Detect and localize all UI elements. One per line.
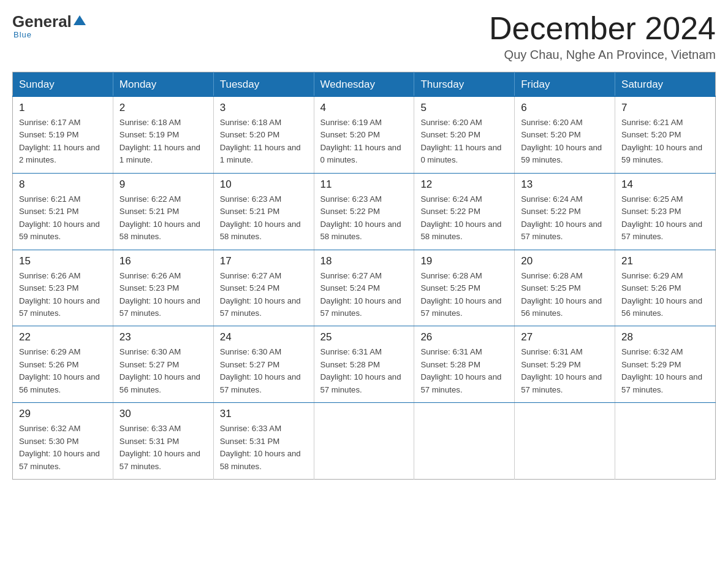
day-info: Sunrise: 6:32 AM Sunset: 5:30 PM Dayligh… — [19, 423, 107, 473]
calendar-week-1: 1 Sunrise: 6:17 AM Sunset: 5:19 PM Dayli… — [13, 96, 716, 173]
calendar-cell: 7 Sunrise: 6:21 AM Sunset: 5:20 PM Dayli… — [615, 96, 716, 173]
month-title: December 2024 — [489, 12, 716, 44]
day-info: Sunrise: 6:20 AM Sunset: 5:20 PM Dayligh… — [521, 117, 609, 167]
page-header: General Blue December 2024 Quy Chau, Ngh… — [12, 12, 716, 62]
day-info: Sunrise: 6:31 AM Sunset: 5:29 PM Dayligh… — [521, 346, 609, 396]
day-header-wednesday: Wednesday — [314, 72, 414, 97]
calendar-week-2: 8 Sunrise: 6:21 AM Sunset: 5:21 PM Dayli… — [13, 173, 716, 250]
day-number: 6 — [521, 102, 609, 114]
day-number: 28 — [621, 331, 709, 343]
calendar-cell: 9 Sunrise: 6:22 AM Sunset: 5:21 PM Dayli… — [113, 173, 213, 250]
calendar-cell: 19 Sunrise: 6:28 AM Sunset: 5:25 PM Dayl… — [414, 250, 515, 326]
calendar-cell: 27 Sunrise: 6:31 AM Sunset: 5:29 PM Dayl… — [515, 326, 615, 403]
calendar-cell: 26 Sunrise: 6:31 AM Sunset: 5:28 PM Dayl… — [414, 326, 515, 403]
calendar-cell: 8 Sunrise: 6:21 AM Sunset: 5:21 PM Dayli… — [13, 173, 113, 250]
calendar-cell: 15 Sunrise: 6:26 AM Sunset: 5:23 PM Dayl… — [13, 250, 113, 326]
day-info: Sunrise: 6:21 AM Sunset: 5:20 PM Dayligh… — [621, 117, 709, 167]
day-info: Sunrise: 6:20 AM Sunset: 5:20 PM Dayligh… — [420, 117, 508, 167]
day-info: Sunrise: 6:31 AM Sunset: 5:28 PM Dayligh… — [420, 346, 508, 396]
calendar-cell — [414, 403, 515, 480]
calendar-cell: 28 Sunrise: 6:32 AM Sunset: 5:29 PM Dayl… — [615, 326, 716, 403]
calendar-table: SundayMondayTuesdayWednesdayThursdayFrid… — [12, 72, 716, 480]
day-number: 30 — [119, 408, 207, 420]
day-number: 4 — [320, 102, 408, 114]
day-number: 2 — [119, 102, 207, 114]
day-number: 16 — [119, 255, 207, 267]
day-info: Sunrise: 6:23 AM Sunset: 5:21 PM Dayligh… — [220, 193, 308, 243]
location-title: Quy Chau, Nghe An Province, Vietnam — [489, 48, 716, 62]
day-number: 10 — [220, 178, 308, 191]
day-number: 11 — [320, 178, 408, 191]
calendar-cell: 11 Sunrise: 6:23 AM Sunset: 5:22 PM Dayl… — [314, 173, 414, 250]
day-header-thursday: Thursday — [414, 72, 515, 97]
day-number: 31 — [220, 408, 308, 420]
calendar-cell: 3 Sunrise: 6:18 AM Sunset: 5:20 PM Dayli… — [213, 96, 314, 173]
day-info: Sunrise: 6:32 AM Sunset: 5:29 PM Dayligh… — [621, 346, 709, 396]
calendar-cell: 20 Sunrise: 6:28 AM Sunset: 5:25 PM Dayl… — [515, 250, 615, 326]
calendar-cell: 23 Sunrise: 6:30 AM Sunset: 5:27 PM Dayl… — [113, 326, 213, 403]
day-info: Sunrise: 6:27 AM Sunset: 5:24 PM Dayligh… — [220, 270, 308, 320]
day-header-monday: Monday — [113, 72, 213, 97]
day-info: Sunrise: 6:28 AM Sunset: 5:25 PM Dayligh… — [420, 270, 508, 320]
day-info: Sunrise: 6:27 AM Sunset: 5:24 PM Dayligh… — [320, 270, 408, 320]
day-number: 13 — [521, 178, 609, 191]
calendar-cell: 1 Sunrise: 6:17 AM Sunset: 5:19 PM Dayli… — [13, 96, 113, 173]
calendar-cell: 31 Sunrise: 6:33 AM Sunset: 5:31 PM Dayl… — [213, 403, 314, 480]
day-number: 24 — [220, 331, 308, 343]
calendar-week-5: 29 Sunrise: 6:32 AM Sunset: 5:30 PM Dayl… — [13, 403, 716, 480]
calendar-cell: 30 Sunrise: 6:33 AM Sunset: 5:31 PM Dayl… — [113, 403, 213, 480]
day-info: Sunrise: 6:30 AM Sunset: 5:27 PM Dayligh… — [220, 346, 308, 396]
day-info: Sunrise: 6:24 AM Sunset: 5:22 PM Dayligh… — [521, 193, 609, 243]
day-header-sunday: Sunday — [13, 72, 113, 97]
day-info: Sunrise: 6:33 AM Sunset: 5:31 PM Dayligh… — [119, 423, 207, 473]
calendar-cell: 13 Sunrise: 6:24 AM Sunset: 5:22 PM Dayl… — [515, 173, 615, 250]
day-header-saturday: Saturday — [615, 72, 716, 97]
day-info: Sunrise: 6:31 AM Sunset: 5:28 PM Dayligh… — [320, 346, 408, 396]
day-number: 26 — [420, 331, 508, 343]
day-info: Sunrise: 6:22 AM Sunset: 5:21 PM Dayligh… — [119, 193, 207, 243]
calendar-cell: 12 Sunrise: 6:24 AM Sunset: 5:22 PM Dayl… — [414, 173, 515, 250]
calendar-cell — [314, 403, 414, 480]
calendar-week-3: 15 Sunrise: 6:26 AM Sunset: 5:23 PM Dayl… — [13, 250, 716, 326]
day-info: Sunrise: 6:23 AM Sunset: 5:22 PM Dayligh… — [320, 193, 408, 243]
day-info: Sunrise: 6:24 AM Sunset: 5:22 PM Dayligh… — [420, 193, 508, 243]
day-number: 25 — [320, 331, 408, 343]
day-number: 17 — [220, 255, 308, 267]
day-number: 5 — [420, 102, 508, 114]
day-header-friday: Friday — [515, 72, 615, 97]
calendar-cell: 4 Sunrise: 6:19 AM Sunset: 5:20 PM Dayli… — [314, 96, 414, 173]
calendar-cell: 21 Sunrise: 6:29 AM Sunset: 5:26 PM Dayl… — [615, 250, 716, 326]
day-number: 15 — [19, 255, 107, 267]
day-number: 22 — [19, 331, 107, 343]
calendar-cell: 16 Sunrise: 6:26 AM Sunset: 5:23 PM Dayl… — [113, 250, 213, 326]
day-number: 21 — [621, 255, 709, 267]
day-number: 29 — [19, 408, 107, 420]
day-number: 3 — [220, 102, 308, 114]
calendar-cell — [515, 403, 615, 480]
day-number: 20 — [521, 255, 609, 267]
day-number: 1 — [19, 102, 107, 114]
svg-marker-0 — [74, 15, 86, 25]
days-of-week-row: SundayMondayTuesdayWednesdayThursdayFrid… — [13, 72, 716, 97]
day-info: Sunrise: 6:17 AM Sunset: 5:19 PM Dayligh… — [19, 117, 107, 167]
day-number: 27 — [521, 331, 609, 343]
calendar-cell: 5 Sunrise: 6:20 AM Sunset: 5:20 PM Dayli… — [414, 96, 515, 173]
calendar-cell: 18 Sunrise: 6:27 AM Sunset: 5:24 PM Dayl… — [314, 250, 414, 326]
calendar-week-4: 22 Sunrise: 6:29 AM Sunset: 5:26 PM Dayl… — [13, 326, 716, 403]
title-block: December 2024 Quy Chau, Nghe An Province… — [489, 12, 716, 62]
logo-blue-text: Blue — [13, 30, 32, 39]
calendar-cell: 17 Sunrise: 6:27 AM Sunset: 5:24 PM Dayl… — [213, 250, 314, 326]
day-info: Sunrise: 6:30 AM Sunset: 5:27 PM Dayligh… — [119, 346, 207, 396]
day-info: Sunrise: 6:18 AM Sunset: 5:19 PM Dayligh… — [119, 117, 207, 167]
logo-triangle-icon — [73, 13, 86, 27]
calendar-cell: 24 Sunrise: 6:30 AM Sunset: 5:27 PM Dayl… — [213, 326, 314, 403]
day-number: 19 — [420, 255, 508, 267]
day-info: Sunrise: 6:25 AM Sunset: 5:23 PM Dayligh… — [621, 193, 709, 243]
day-number: 23 — [119, 331, 207, 343]
calendar-cell: 25 Sunrise: 6:31 AM Sunset: 5:28 PM Dayl… — [314, 326, 414, 403]
day-info: Sunrise: 6:26 AM Sunset: 5:23 PM Dayligh… — [119, 270, 207, 320]
day-info: Sunrise: 6:33 AM Sunset: 5:31 PM Dayligh… — [220, 423, 308, 473]
calendar-cell: 10 Sunrise: 6:23 AM Sunset: 5:21 PM Dayl… — [213, 173, 314, 250]
logo: General Blue — [12, 12, 86, 40]
day-number: 14 — [621, 178, 709, 191]
